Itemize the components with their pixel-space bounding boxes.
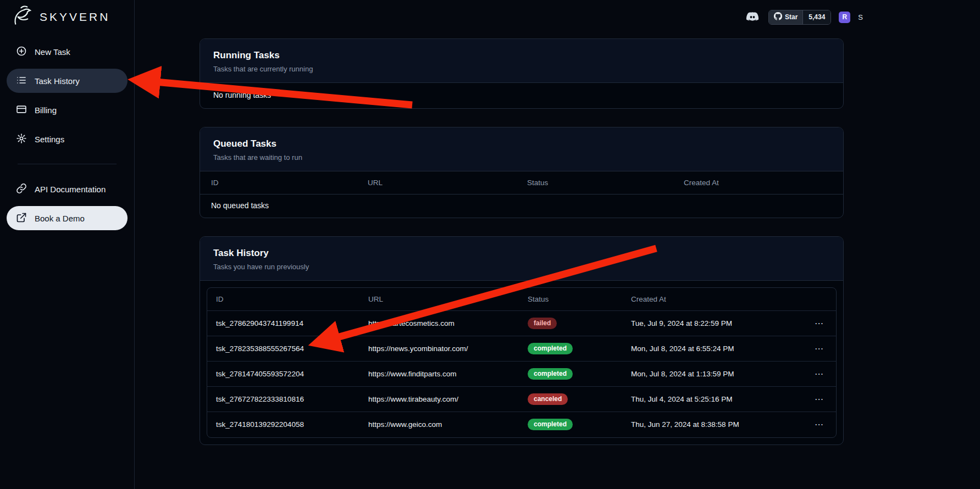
- running-tasks-empty: No running tasks: [200, 83, 843, 108]
- column-header-status: Status: [519, 288, 622, 311]
- sidebar-item-label: Settings: [35, 135, 64, 144]
- task-history-body: tsk_278629043741199914 https://tartecosm…: [207, 311, 836, 437]
- github-icon: [774, 12, 782, 22]
- avatar[interactable]: R: [839, 12, 850, 23]
- queued-tasks-subtitle: Tasks that are waiting to run: [213, 153, 830, 162]
- row-actions-button[interactable]: ⋯: [811, 342, 827, 355]
- task-status-badge: completed: [528, 419, 573, 430]
- task-url-cell: https://www.tirabeauty.com/: [359, 387, 519, 412]
- task-row[interactable]: tsk_278235388555267564 https://news.ycom…: [207, 336, 836, 362]
- skyvern-logo[interactable]: SKYVERN: [0, 0, 134, 35]
- task-status-badge: completed: [528, 343, 573, 354]
- running-tasks-card: Running Tasks Tasks that are currently r…: [200, 38, 844, 109]
- sidebar-divider: [18, 164, 117, 164]
- topbar: Star 5,434 R S: [744, 9, 863, 25]
- column-header-id: ID: [200, 171, 357, 195]
- column-header-created-at: Created At: [622, 288, 801, 311]
- column-header-actions: [801, 288, 836, 311]
- task-url-cell: https://tartecosmetics.com: [359, 311, 519, 336]
- running-tasks-subtitle: Tasks that are currently running: [213, 65, 830, 73]
- task-status-badge: canceled: [528, 393, 568, 405]
- sidebar-item-billing[interactable]: Billing: [7, 98, 128, 122]
- row-actions-button[interactable]: ⋯: [811, 317, 827, 330]
- sidebar-item-new-task[interactable]: New Task: [7, 40, 128, 64]
- task-row[interactable]: tsk_276727822333810816 https://www.tirab…: [207, 387, 836, 412]
- discord-icon[interactable]: [744, 9, 761, 25]
- column-header-url: URL: [359, 288, 519, 311]
- task-id-cell: tsk_274180139292204058: [207, 412, 359, 437]
- queued-tasks-card: Queued Tasks Tasks that are waiting to r…: [200, 127, 844, 218]
- book-a-demo-button[interactable]: Book a Demo: [7, 206, 128, 230]
- task-row[interactable]: tsk_278147405593572204 https://www.findi…: [207, 362, 836, 387]
- github-star-badge[interactable]: Star 5,434: [768, 10, 831, 25]
- task-url-cell: https://www.finditparts.com: [359, 362, 519, 387]
- task-url-cell: https://news.ycombinator.com/: [359, 336, 519, 362]
- main-content: Running Tasks Tasks that are currently r…: [200, 38, 844, 445]
- sidebar-item-api-documentation[interactable]: API Documentation: [7, 177, 128, 201]
- task-row[interactable]: tsk_278629043741199914 https://tartecosm…: [207, 311, 836, 336]
- task-id-cell: tsk_278629043741199914: [207, 311, 359, 336]
- running-tasks-header: Running Tasks Tasks that are currently r…: [200, 39, 843, 83]
- skyvern-logo-icon: [11, 4, 35, 30]
- queued-tasks-header: Queued Tasks Tasks that are waiting to r…: [200, 127, 843, 171]
- row-actions-button[interactable]: ⋯: [811, 368, 827, 380]
- user-name-partial: S: [858, 13, 863, 21]
- column-header-status: Status: [516, 171, 673, 195]
- task-status-badge: failed: [528, 318, 557, 329]
- task-history-table-wrap: ID URL Status Created At tsk_27862904374…: [207, 287, 837, 438]
- running-tasks-title: Running Tasks: [213, 50, 830, 61]
- task-id-cell: tsk_278235388555267564: [207, 336, 359, 362]
- gear-icon: [16, 133, 27, 146]
- task-history-table: ID URL Status Created At tsk_27862904374…: [207, 288, 836, 437]
- task-created-cell: Mon, Jul 8, 2024 at 1:13:59 PM: [622, 362, 801, 387]
- github-star-label: Star: [785, 13, 798, 21]
- sidebar: SKYVERN New Task Task History Billing Se…: [0, 0, 135, 489]
- task-created-cell: Mon, Jul 8, 2024 at 6:55:24 PM: [622, 336, 801, 362]
- credit-card-icon: [16, 104, 27, 116]
- sidebar-item-task-history[interactable]: Task History: [7, 69, 128, 93]
- task-id-cell: tsk_276727822333810816: [207, 387, 359, 412]
- column-header-created-at: Created At: [673, 171, 843, 195]
- github-star-count: 5,434: [802, 10, 830, 24]
- queued-tasks-table: ID URL Status Created At No queued tasks: [200, 171, 843, 218]
- sidebar-item-label: Billing: [35, 105, 57, 115]
- task-id-cell: tsk_278147405593572204: [207, 362, 359, 387]
- task-created-cell: Thu, Jun 27, 2024 at 8:38:58 PM: [622, 412, 801, 437]
- book-a-demo-label: Book a Demo: [35, 214, 85, 223]
- column-header-id: ID: [207, 288, 359, 311]
- task-created-cell: Tue, Jul 9, 2024 at 8:22:59 PM: [622, 311, 801, 336]
- sidebar-nav: New Task Task History Billing Settings: [0, 35, 134, 230]
- task-history-title: Task History: [213, 248, 830, 259]
- sidebar-item-label: API Documentation: [35, 185, 106, 194]
- task-row[interactable]: tsk_274180139292204058 https://www.geico…: [207, 412, 836, 437]
- sidebar-item-settings[interactable]: Settings: [7, 127, 128, 151]
- row-actions-button[interactable]: ⋯: [811, 418, 827, 431]
- column-header-url: URL: [357, 171, 516, 195]
- sidebar-item-label: New Task: [35, 47, 70, 57]
- queued-tasks-title: Queued Tasks: [213, 138, 830, 149]
- sidebar-item-label: Task History: [35, 76, 80, 86]
- task-history-card: Task History Tasks you have run previous…: [200, 236, 844, 445]
- list-icon: [16, 75, 27, 87]
- task-history-subtitle: Tasks you have run previously: [213, 263, 830, 271]
- task-history-header: Task History Tasks you have run previous…: [200, 237, 843, 281]
- task-created-cell: Thu, Jul 4, 2024 at 5:25:16 PM: [622, 387, 801, 412]
- brand-name: SKYVERN: [40, 10, 110, 24]
- task-status-badge: completed: [528, 368, 573, 380]
- plus-circle-icon: [16, 46, 27, 58]
- row-actions-button[interactable]: ⋯: [811, 393, 827, 405]
- task-url-cell: https://www.geico.com: [359, 412, 519, 437]
- link-icon: [16, 183, 27, 196]
- external-link-icon: [16, 212, 27, 225]
- queued-tasks-empty: No queued tasks: [200, 195, 843, 218]
